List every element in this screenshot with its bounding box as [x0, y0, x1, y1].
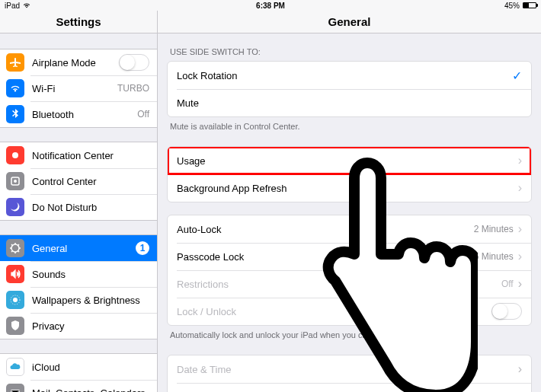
sidebar-item-control-center[interactable]: Control Center: [0, 168, 157, 194]
badge: 1: [136, 241, 149, 255]
wifi-status-icon: [23, 2, 30, 8]
row-date-time[interactable]: Date & Time›: [168, 355, 531, 383]
status-bar: iPad 6:38 PM 45%: [0, 0, 541, 11]
row-value: After 5 Minutes: [452, 251, 514, 262]
row-passcode-lock[interactable]: Passcode LockAfter 5 Minutes›: [168, 243, 531, 270]
chevron-right-icon: ›: [518, 250, 522, 263]
row-keyboard[interactable]: Keyboard›: [168, 383, 531, 392]
sidebar-item-label: Do Not Disturb: [32, 202, 149, 213]
chevron-right-icon: ›: [518, 362, 522, 376]
row-label: Passcode Lock: [177, 251, 452, 263]
side-switch-footer: Mute is available in Control Center.: [158, 117, 541, 134]
headers: Settings General: [0, 11, 541, 33]
row-auto-lock[interactable]: Auto-Lock2 Minutes›: [168, 215, 531, 243]
svg-point-4: [13, 298, 18, 302]
sidebar-item-label: General: [32, 243, 136, 254]
sidebar-item-notification-center[interactable]: Notification Center: [0, 142, 157, 168]
battery-percent: 45%: [504, 2, 520, 10]
row-value: Off: [501, 279, 514, 289]
row-label: Lock / Unlock: [177, 306, 491, 317]
chevron-right-icon: ›: [518, 181, 522, 195]
row-label: Background App Refresh: [177, 183, 518, 194]
sidebar-item-bluetooth[interactable]: BluetoothOff: [0, 101, 157, 127]
sidebar-item-icloud[interactable]: iCloud: [0, 354, 157, 380]
icloud-icon: [6, 358, 24, 376]
sounds-icon: [6, 265, 24, 283]
sidebar-item-wallpapers-brightness[interactable]: Wallpapers & Brightness: [0, 287, 157, 313]
sidebar[interactable]: Airplane ModeWi-FiTURBOBluetoothOffNotif…: [0, 33, 158, 392]
sidebar-item-label: Airplane Mode: [32, 57, 119, 69]
chevron-right-icon: ›: [518, 154, 522, 167]
check-icon: ✓: [512, 69, 522, 83]
row-lock-unlock[interactable]: Lock / Unlock: [168, 298, 531, 325]
sidebar-item-privacy[interactable]: Privacy: [0, 313, 157, 339]
sidebar-item-general[interactable]: General1: [0, 235, 157, 261]
detail-title: General: [158, 11, 541, 33]
bluetooth-icon: [6, 105, 24, 123]
sidebar-item-label: iCloud: [32, 362, 149, 373]
wifi-icon: [6, 79, 24, 97]
row-mute[interactable]: Mute: [168, 89, 531, 116]
row-label: Mute: [177, 97, 522, 109]
sidebar-item-sounds[interactable]: Sounds: [0, 261, 157, 287]
lock-footer: Automatically lock and unlock your iPad …: [158, 326, 541, 343]
wallpapers-brightness-icon: [6, 291, 24, 309]
lock-group: Auto-Lock2 Minutes›Passcode LockAfter 5 …: [167, 215, 532, 326]
row-restrictions[interactable]: RestrictionsOff›: [168, 270, 531, 298]
international-group: Date & Time›Keyboard›International›: [167, 355, 532, 392]
detail-panel[interactable]: USE SIDE SWITCH TO: Lock Rotation✓Mute M…: [158, 33, 541, 392]
side-switch-header: USE SIDE SWITCH TO:: [158, 33, 541, 61]
control-center-icon: [6, 172, 24, 190]
sidebar-item-label: Bluetooth: [32, 109, 134, 120]
svg-point-2: [14, 180, 17, 183]
row-usage[interactable]: Usage›: [168, 147, 531, 174]
lock-unlock-switch[interactable]: [491, 303, 522, 320]
sidebar-item-wifi[interactable]: Wi-FiTURBO: [0, 75, 157, 101]
row-label: Date & Time: [177, 364, 518, 375]
sidebar-item-label: Privacy: [32, 320, 149, 332]
settings-title: Settings: [0, 11, 158, 33]
notification-center-icon: [6, 146, 24, 164]
sidebar-item-do-not-disturb[interactable]: Do Not Disturb: [0, 194, 157, 220]
row-label: Auto-Lock: [177, 224, 474, 235]
row-label: Restrictions: [177, 279, 501, 290]
sidebar-item-label: Wi-Fi: [32, 83, 114, 94]
privacy-icon: [6, 317, 24, 335]
row-label: Lock Rotation: [177, 70, 512, 81]
chevron-right-icon: ›: [518, 277, 522, 291]
mail-contacts-calendars-icon: [6, 384, 24, 392]
row-background-app-refresh[interactable]: Background App Refresh›: [168, 174, 531, 202]
general-icon: [6, 239, 24, 257]
do-not-disturb-icon: [6, 198, 24, 216]
row-label: Usage: [177, 155, 518, 167]
sidebar-item-mail-contacts-calendars[interactable]: Mail, Contacts, Calendars: [0, 380, 157, 392]
sidebar-item-value: Off: [137, 109, 149, 120]
airplane-mode-icon: [6, 53, 24, 72]
chevron-right-icon: ›: [518, 222, 522, 236]
device-name: iPad: [5, 2, 20, 10]
sidebar-item-label: Notification Center: [32, 150, 149, 161]
row-value: 2 Minutes: [474, 224, 514, 234]
sidebar-item-label: Wallpapers & Brightness: [32, 295, 149, 306]
battery-icon: [523, 2, 536, 8]
svg-point-0: [12, 152, 18, 158]
sidebar-item-label: Mail, Contacts, Calendars: [32, 387, 149, 393]
airplane-mode-switch[interactable]: [119, 54, 149, 71]
sidebar-item-airplane-mode[interactable]: Airplane Mode: [0, 49, 157, 75]
clock: 6:38 PM: [256, 2, 285, 10]
sidebar-item-value: TURBO: [117, 83, 149, 94]
side-switch-group: Lock Rotation✓Mute: [167, 61, 532, 117]
sidebar-item-label: Sounds: [32, 269, 149, 280]
row-lock-rotation[interactable]: Lock Rotation✓: [168, 62, 531, 89]
usage-group: Usage›Background App Refresh›: [167, 146, 532, 202]
sidebar-item-label: Control Center: [32, 176, 149, 187]
